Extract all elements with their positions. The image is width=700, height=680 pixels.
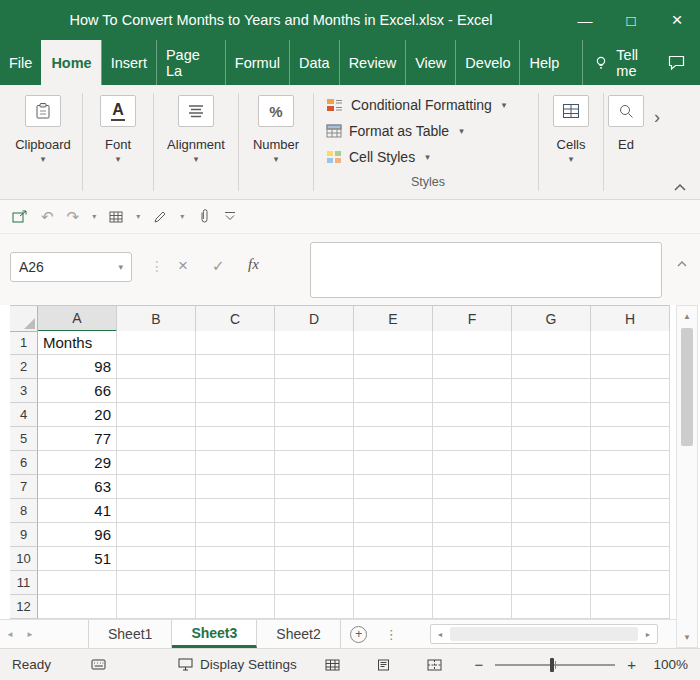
ribbon-group-cells[interactable]: Cells ▾ xyxy=(539,85,603,199)
row-header-10[interactable]: 10 xyxy=(10,547,38,571)
sheet-tab-sheet3[interactable]: Sheet3 xyxy=(172,620,257,648)
cell-D9[interactable] xyxy=(275,523,354,547)
cell-H4[interactable] xyxy=(591,403,670,427)
clipboard-icon[interactable] xyxy=(25,95,61,127)
draw-tool-icon[interactable] xyxy=(153,210,167,224)
cell-H6[interactable] xyxy=(591,451,670,475)
cell-F2[interactable] xyxy=(433,355,512,379)
draw-tool-dropdown-icon[interactable]: ▾ xyxy=(180,212,184,221)
alignment-dropdown-icon[interactable]: ▾ xyxy=(194,155,199,164)
cell-C4[interactable] xyxy=(196,403,275,427)
sheet-nav-right-icon[interactable]: ► xyxy=(20,620,40,648)
undo-icon[interactable]: ↶ xyxy=(41,209,54,224)
enter-entry-icon[interactable]: ✓ xyxy=(212,257,225,275)
minimize-button[interactable]: — xyxy=(562,0,608,40)
cell-D4[interactable] xyxy=(275,403,354,427)
cell-D1[interactable] xyxy=(275,331,354,355)
cell-E1[interactable] xyxy=(354,331,433,355)
row-header-3[interactable]: 3 xyxy=(10,379,38,403)
column-header-H[interactable]: H xyxy=(591,306,670,332)
menu-tab-view[interactable]: View xyxy=(405,40,455,85)
row-header-4[interactable]: 4 xyxy=(10,403,38,427)
cells-icon[interactable] xyxy=(553,95,589,127)
cell-D7[interactable] xyxy=(275,475,354,499)
cell-C6[interactable] xyxy=(196,451,275,475)
cell-A7[interactable]: 63 xyxy=(38,475,117,499)
cell-F3[interactable] xyxy=(433,379,512,403)
select-all-corner[interactable] xyxy=(10,306,38,332)
zoom-slider[interactable] xyxy=(495,664,615,666)
cell-F12[interactable] xyxy=(433,595,512,619)
cell-B5[interactable] xyxy=(117,427,196,451)
font-icon[interactable]: A xyxy=(100,95,136,127)
cell-D6[interactable] xyxy=(275,451,354,475)
cell-B2[interactable] xyxy=(117,355,196,379)
cell-E6[interactable] xyxy=(354,451,433,475)
cell-G6[interactable] xyxy=(512,451,591,475)
cell-D5[interactable] xyxy=(275,427,354,451)
cell-E2[interactable] xyxy=(354,355,433,379)
page-break-view-icon[interactable] xyxy=(427,659,442,671)
cell-A5[interactable]: 77 xyxy=(38,427,117,451)
cell-B12[interactable] xyxy=(117,595,196,619)
column-header-E[interactable]: E xyxy=(354,306,433,332)
cell-H11[interactable] xyxy=(591,571,670,595)
cell-G5[interactable] xyxy=(512,427,591,451)
cell-D2[interactable] xyxy=(275,355,354,379)
cell-A10[interactable]: 51 xyxy=(38,547,117,571)
column-header-F[interactable]: F xyxy=(433,306,512,332)
row-header-2[interactable]: 2 xyxy=(10,355,38,379)
cell-C2[interactable] xyxy=(196,355,275,379)
cell-B9[interactable] xyxy=(117,523,196,547)
cell-D11[interactable] xyxy=(275,571,354,595)
cell-F1[interactable] xyxy=(433,331,512,355)
conditional-formatting-button[interactable]: Conditional Formatting ▾ xyxy=(326,92,530,118)
cell-C9[interactable] xyxy=(196,523,275,547)
cell-C1[interactable] xyxy=(196,331,275,355)
cell-B10[interactable] xyxy=(117,547,196,571)
scroll-down-icon[interactable]: ▼ xyxy=(677,627,697,647)
number-format-icon[interactable]: % xyxy=(258,95,294,127)
vertical-scrollbar[interactable]: ▲ ▼ xyxy=(676,305,698,648)
cell-E10[interactable] xyxy=(354,547,433,571)
cell-styles-button[interactable]: Cell Styles ▾ xyxy=(326,144,530,170)
cell-B3[interactable] xyxy=(117,379,196,403)
menu-tab-page-layout[interactable]: Page La xyxy=(156,40,225,85)
display-settings-button[interactable]: Display Settings xyxy=(178,657,297,672)
vertical-scroll-thumb[interactable] xyxy=(681,328,693,446)
cell-B6[interactable] xyxy=(117,451,196,475)
font-dropdown-icon[interactable]: ▾ xyxy=(116,155,121,164)
cancel-entry-icon[interactable]: × xyxy=(178,256,188,276)
cell-E4[interactable] xyxy=(354,403,433,427)
cell-C11[interactable] xyxy=(196,571,275,595)
cell-A1[interactable]: Months xyxy=(38,331,117,355)
row-header-12[interactable]: 12 xyxy=(10,595,38,619)
zoom-slider-thumb[interactable] xyxy=(550,658,554,672)
row-header-9[interactable]: 9 xyxy=(10,523,38,547)
cell-E11[interactable] xyxy=(354,571,433,595)
name-box-dropdown-icon[interactable]: ▾ xyxy=(118,262,123,272)
cell-E5[interactable] xyxy=(354,427,433,451)
formula-input[interactable] xyxy=(310,242,662,298)
cell-F7[interactable] xyxy=(433,475,512,499)
cell-D12[interactable] xyxy=(275,595,354,619)
cell-A8[interactable]: 41 xyxy=(38,499,117,523)
row-header-1[interactable]: 1 xyxy=(10,331,38,355)
clipboard-dropdown-icon[interactable]: ▾ xyxy=(41,155,46,164)
cell-B8[interactable] xyxy=(117,499,196,523)
customize-qat-icon[interactable] xyxy=(224,211,236,222)
attach-icon[interactable] xyxy=(197,209,211,224)
ribbon-group-editing[interactable]: Ed xyxy=(604,85,648,199)
collapse-ribbon-icon[interactable] xyxy=(673,183,687,192)
scroll-left-icon[interactable]: ◄ xyxy=(431,631,449,638)
cell-G1[interactable] xyxy=(512,331,591,355)
menu-tab-review[interactable]: Review xyxy=(339,40,406,85)
menu-tab-formulas[interactable]: Formul xyxy=(225,40,289,85)
tell-me-box[interactable]: Tell me xyxy=(582,40,667,85)
column-header-C[interactable]: C xyxy=(196,306,275,332)
menu-tab-help[interactable]: Help xyxy=(519,40,568,85)
cell-B7[interactable] xyxy=(117,475,196,499)
column-header-B[interactable]: B xyxy=(117,306,196,332)
horizontal-scroll-thumb[interactable] xyxy=(450,627,638,641)
cell-F9[interactable] xyxy=(433,523,512,547)
